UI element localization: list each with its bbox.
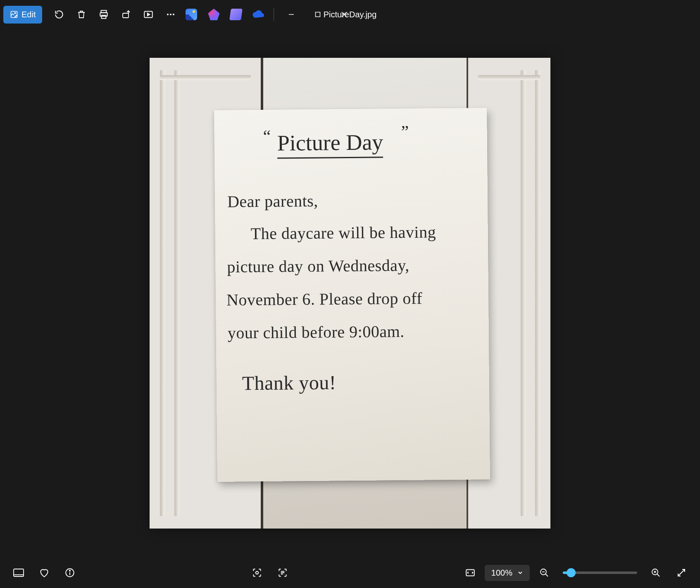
maximize-icon	[315, 12, 321, 17]
edit-label: Edit	[21, 10, 36, 19]
print-button[interactable]	[93, 4, 114, 25]
minimize-button[interactable]	[279, 4, 304, 25]
chevron-down-icon	[517, 570, 523, 576]
zoom-in-icon	[651, 568, 661, 578]
print-icon	[98, 9, 109, 20]
zoom-label: 100%	[491, 568, 512, 578]
info-button[interactable]	[59, 562, 81, 584]
svg-rect-4	[102, 15, 106, 19]
fullscreen-button[interactable]	[670, 562, 693, 584]
zoom-slider[interactable]	[563, 571, 637, 574]
photos-icon	[186, 9, 197, 20]
svg-line-25	[545, 574, 548, 576]
zoom-level-dropdown[interactable]: 100%	[485, 565, 530, 581]
minimize-icon	[288, 12, 294, 17]
note-line4: November 6. Please drop off	[226, 289, 422, 309]
status-bar: 100%	[0, 557, 700, 588]
zoom-out-icon	[539, 568, 549, 578]
designer-icon	[208, 9, 219, 20]
onedrive-icon-button[interactable]	[248, 4, 269, 25]
share-button[interactable]	[116, 4, 136, 25]
scan-button[interactable]	[246, 562, 268, 584]
filmstrip-button[interactable]	[7, 562, 30, 584]
info-icon	[64, 567, 75, 578]
note-line2: The daycare will be having	[251, 223, 436, 243]
delete-button[interactable]	[71, 4, 92, 25]
edit-button[interactable]: Edit	[3, 6, 42, 24]
svg-point-8	[170, 14, 171, 15]
zoom-out-button[interactable]	[533, 562, 555, 584]
photos-app-icon-button[interactable]	[181, 4, 202, 25]
separator	[274, 8, 274, 21]
share-icon	[121, 9, 131, 19]
svg-point-19	[256, 571, 259, 574]
svg-rect-11	[316, 12, 320, 17]
image-canvas[interactable]: “ Picture Day ” Dear parents, The daycar…	[0, 29, 700, 557]
rotate-icon	[54, 9, 64, 20]
trash-icon	[76, 9, 86, 19]
designer-icon-button[interactable]	[203, 4, 224, 25]
clipchamp-icon-button[interactable]	[226, 4, 246, 25]
svg-line-28	[657, 574, 660, 576]
zoom-in-button[interactable]	[645, 562, 667, 584]
scan-icon	[252, 567, 262, 578]
paper-note: “ Picture Day ” Dear parents, The daycar…	[214, 108, 490, 482]
slideshow-button[interactable]	[138, 4, 159, 25]
cloud-icon	[252, 10, 264, 19]
window-title: PictureDay.jpg	[324, 10, 377, 19]
edit-icon	[10, 10, 18, 19]
svg-rect-14	[14, 569, 24, 576]
text-scan-icon	[277, 567, 288, 578]
favorite-button[interactable]	[33, 562, 55, 584]
filmstrip-icon	[13, 568, 24, 577]
heart-icon	[39, 567, 50, 578]
more-button[interactable]	[160, 4, 181, 25]
note-quote-right: ”	[401, 122, 409, 142]
svg-point-7	[167, 14, 169, 15]
ellipsis-icon	[166, 9, 176, 19]
svg-point-1	[14, 12, 16, 14]
svg-point-18	[69, 570, 70, 571]
svg-rect-5	[123, 13, 129, 18]
ocr-button[interactable]	[271, 562, 294, 584]
photos-app-window: Edit PictureDay.jpg	[0, 0, 700, 588]
rotate-button[interactable]	[49, 4, 69, 25]
slideshow-icon	[143, 9, 154, 20]
title-bar: Edit PictureDay.jpg	[0, 0, 700, 29]
fit-button[interactable]	[459, 562, 481, 584]
note-line6: Thank you!	[242, 372, 336, 394]
clipchamp-icon	[230, 9, 243, 20]
note-line5: your child before 9:00am.	[228, 322, 405, 342]
fit-icon	[465, 567, 476, 578]
fullscreen-icon	[676, 568, 686, 578]
svg-point-9	[173, 14, 174, 15]
displayed-image: “ Picture Day ” Dear parents, The daycar…	[150, 58, 550, 529]
note-quote-left: “	[263, 126, 271, 146]
zoom-slider-thumb[interactable]	[567, 568, 576, 577]
note-line1: Dear parents,	[227, 192, 318, 211]
note-line3: picture day on Wednesday,	[227, 256, 410, 276]
note-title: Picture Day	[277, 129, 383, 159]
